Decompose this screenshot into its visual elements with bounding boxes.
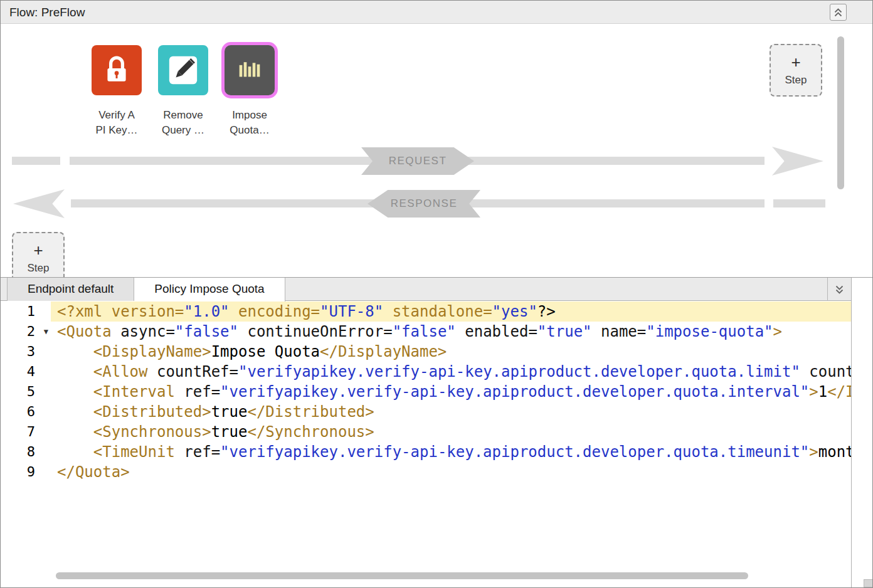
code-line-content[interactable]: <Allow countRef="verifyapikey.verify-api… <box>51 362 851 382</box>
code-line: 1<?xml version="1.0" encoding="UTF-8" st… <box>1 302 851 322</box>
tab-policy-impose-quota[interactable]: Policy Impose Quota <box>134 278 285 302</box>
request-arrowhead-icon <box>772 147 823 176</box>
editor-scroll-gutter <box>851 278 873 587</box>
policy-list: Verify API Key…RemoveQuery …ImposeQuota… <box>89 45 277 138</box>
response-arrowhead-icon <box>13 189 65 218</box>
policy-label: ImposeQuota… <box>230 108 269 138</box>
code-line-content[interactable]: <Synchronous>true</Synchronous> <box>51 422 851 442</box>
add-request-step-button[interactable]: + Step <box>770 44 822 97</box>
line-number: 6 <box>1 402 51 422</box>
code-line: 3 <DisplayName>Impose Quota</DisplayName… <box>1 342 851 362</box>
plus-icon: + <box>771 53 821 71</box>
policy-impose-quota[interactable]: ImposeQuota… <box>222 45 277 138</box>
pencil-icon <box>158 45 208 95</box>
line-number: 1 <box>1 302 51 322</box>
collapse-flow-button[interactable] <box>830 4 847 21</box>
add-step-label: Step <box>771 74 821 87</box>
apigee-flow-editor: Flow: PreFlow Verify API Key…RemoveQuery… <box>0 0 873 588</box>
line-number: 4 <box>1 362 51 382</box>
code-line-content[interactable]: <Interval ref="verifyapikey.verify-api-k… <box>51 382 851 402</box>
fold-caret-icon[interactable]: ▼ <box>44 322 48 342</box>
response-label: RESPONSE <box>368 190 480 218</box>
code-line: 2▼<Quota async="false" continueOnError="… <box>1 322 851 342</box>
add-step-label: Step <box>13 262 63 275</box>
request-flow-line-segment <box>12 157 60 165</box>
code-line: 9</Quota> <box>1 462 851 482</box>
editor-panel: Endpoint defaultPolicy Impose Quota 1<?x… <box>1 277 872 587</box>
code-line: 7 <Synchronous>true</Synchronous> <box>1 422 851 442</box>
request-label: REQUEST <box>361 147 474 175</box>
policy-label: Verify API Key… <box>95 108 137 138</box>
code-line-content[interactable]: <DisplayName>Impose Quota</DisplayName> <box>51 342 851 362</box>
code-line: 4 <Allow countRef="verifyapikey.verify-a… <box>1 362 851 382</box>
code-line: 8 <TimeUnit ref="verifyapikey.verify-api… <box>1 442 851 462</box>
plus-icon: + <box>13 241 63 260</box>
tab-endpoint-default[interactable]: Endpoint default <box>7 278 134 301</box>
line-number: 5 <box>1 382 51 402</box>
line-number: 7 <box>1 422 51 442</box>
flow-vertical-scrollbar[interactable] <box>837 36 844 189</box>
code-line: 6 <Distributed>true</Distributed> <box>1 402 851 422</box>
flow-canvas: Verify API Key…RemoveQuery …ImposeQuota…… <box>1 24 872 277</box>
double-chevron-down-icon <box>834 285 845 295</box>
code-line-content[interactable]: </Quota> <box>51 462 851 482</box>
code-line-content[interactable]: <?xml version="1.0" encoding="UTF-8" sta… <box>51 302 851 322</box>
line-number: 9 <box>1 462 51 482</box>
editor-horizontal-scrollbar[interactable] <box>56 572 748 579</box>
flow-title: Flow: PreFlow <box>9 6 85 19</box>
policy-label: RemoveQuery … <box>162 108 204 138</box>
scrollbar-corner <box>864 579 873 587</box>
policy-remove-query[interactable]: RemoveQuery … <box>156 45 211 138</box>
code-line-content[interactable]: <TimeUnit ref="verifyapikey.verify-api-k… <box>51 442 851 462</box>
response-flow-line-segment <box>773 199 825 207</box>
code-line-content[interactable]: <Quota async="false" continueOnError="fa… <box>51 322 851 342</box>
double-chevron-up-icon <box>833 8 844 18</box>
flow-header: Flow: PreFlow <box>1 1 872 24</box>
line-number: 8 <box>1 442 51 462</box>
collapse-editor-button[interactable] <box>827 278 851 301</box>
quota-bars-icon <box>225 45 275 95</box>
add-response-step-button[interactable]: + Step <box>12 232 65 277</box>
editor-tab-bar: Endpoint defaultPolicy Impose Quota <box>1 278 851 301</box>
policy-verify-a-pi-key[interactable]: Verify API Key… <box>89 45 144 138</box>
line-number: 3 <box>1 342 51 362</box>
code-editor[interactable]: 1<?xml version="1.0" encoding="UTF-8" st… <box>1 302 851 587</box>
code-line: 5 <Interval ref="verifyapikey.verify-api… <box>1 382 851 402</box>
code-line-content[interactable]: <Distributed>true</Distributed> <box>51 402 851 422</box>
line-number: 2▼ <box>1 322 51 342</box>
lock-icon <box>92 45 142 95</box>
